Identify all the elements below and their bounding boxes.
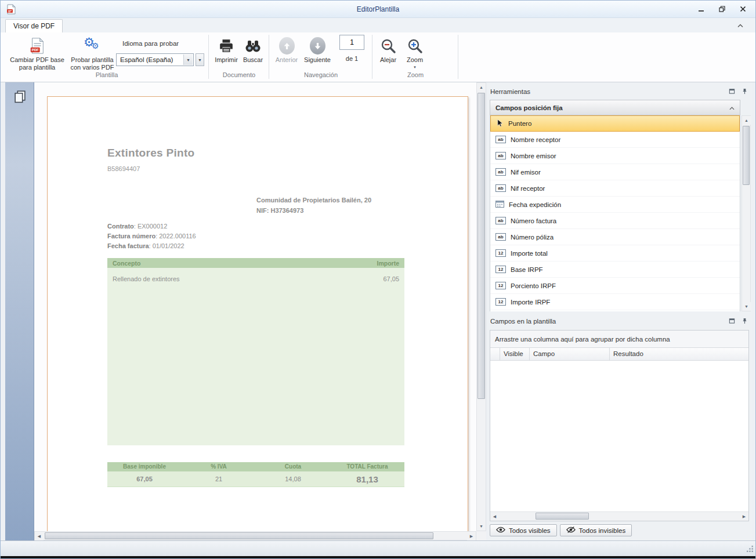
float-panel-icon[interactable] <box>728 317 736 325</box>
pointer-icon <box>496 119 504 128</box>
float-panel-icon[interactable] <box>728 87 736 95</box>
column-header-visible[interactable]: Visible <box>500 348 530 360</box>
language-dropdown-button[interactable]: ▼ <box>196 53 204 66</box>
tool-item-nombre-receptor[interactable]: ab Nombre receptor <box>490 132 740 148</box>
tools-vscroll-thumb[interactable] <box>743 126 750 185</box>
pin-icon[interactable] <box>740 87 748 95</box>
all-visible-button[interactable]: Todos visibles <box>490 524 557 536</box>
tool-item-label: Número factura <box>511 217 556 224</box>
all-invisible-button[interactable]: Todos invisibles <box>560 524 632 536</box>
scroll-left-icon[interactable]: ◀ <box>35 532 44 540</box>
next-page-label: Siguiente <box>304 56 331 64</box>
scroll-down-icon[interactable]: ▼ <box>477 522 486 531</box>
all-invisible-label: Todos invisibles <box>579 527 626 534</box>
group-label-navegacion: Navegación <box>277 71 364 78</box>
tool-item-label: Importe IRPF <box>511 299 550 306</box>
fields-panel-buttons: Todos visibles Todos invisibles <box>490 524 632 536</box>
page-count-label: de 1 <box>339 55 364 62</box>
gears-icon: ⚙⚙ <box>84 37 101 55</box>
pdf-canvas[interactable]: Extintores Pinto B58694407 Comunidad de … <box>34 82 476 531</box>
thumbnail-strip[interactable] <box>5 82 34 540</box>
scroll-up-icon[interactable]: ▲ <box>742 116 751 125</box>
tool-item-nif-emisor[interactable]: ab Nif emisor <box>490 164 740 180</box>
maximize-button[interactable] <box>715 3 729 14</box>
tool-item-fecha-expedicion[interactable]: Fecha expedición <box>490 197 740 213</box>
fields-horizontal-scrollbar[interactable]: ◀ ▶ <box>490 511 748 521</box>
tool-item-label: Nombre receptor <box>511 136 560 143</box>
zoom-out-button[interactable]: Alejar <box>375 34 401 72</box>
pdf-document-icon: PDF <box>28 37 46 55</box>
minimize-button[interactable] <box>694 3 708 14</box>
scroll-left-icon[interactable]: ◀ <box>490 512 499 521</box>
fields-hscroll-thumb[interactable] <box>536 513 589 520</box>
pages-icon[interactable] <box>13 89 27 106</box>
group-label-zoom: Zoom <box>375 71 456 78</box>
zoom-label: Zoom <box>407 56 423 64</box>
totals-value-cell: 14,08 <box>256 475 330 482</box>
change-base-pdf-label: Cambiar PDF base para plantilla <box>8 56 66 71</box>
previous-page-button[interactable]: Anterior <box>272 34 301 72</box>
tool-item-numero-factura[interactable]: ab Número factura <box>490 213 740 229</box>
close-button[interactable] <box>736 3 750 14</box>
tab-visor-de-pdf[interactable]: Visor de PDF <box>5 19 63 32</box>
eye-icon <box>496 527 505 534</box>
scroll-down-icon[interactable]: ▼ <box>742 302 751 311</box>
language-label: Idioma para probar <box>122 40 179 47</box>
resize-grip[interactable] <box>746 545 754 554</box>
tool-item-nombre-emisor[interactable]: ab Nombre emisor <box>490 148 740 164</box>
tool-item-importe-total[interactable]: 12 Importe total <box>490 245 740 262</box>
number-icon: 12 <box>495 266 506 273</box>
totals-header-cell: Base imponible <box>107 462 182 471</box>
magnifier-plus-icon <box>407 37 423 55</box>
invoice-contract-line: Contrato: EX000012 <box>107 223 167 230</box>
tools-list: Puntero ab Nombre receptor ab Nombre emi… <box>490 115 740 311</box>
pdf-vertical-scrollbar[interactable]: ▲ ▼ <box>476 82 486 531</box>
column-header-resultado[interactable]: Resultado <box>610 348 748 360</box>
tools-vertical-scrollbar[interactable]: ▲ ▼ <box>741 115 751 311</box>
tool-item-base-irpf[interactable]: 12 Base IRPF <box>490 262 740 278</box>
page-number-input[interactable] <box>339 35 364 50</box>
column-header-campo[interactable]: Campo <box>530 348 610 360</box>
fields-grid-body[interactable] <box>490 361 748 511</box>
change-base-pdf-button[interactable]: PDF Cambiar PDF base para plantilla <box>8 34 67 72</box>
print-button[interactable]: Imprimir <box>213 34 240 72</box>
fixed-position-fields-group[interactable]: Campos posición fija <box>490 100 740 115</box>
pdf-horizontal-scrollbar[interactable]: ◀ ▶ <box>34 531 476 540</box>
invoice-date-line: Fecha factura: 01/01/2022 <box>107 242 185 249</box>
tool-item-label: Número póliza <box>511 234 554 241</box>
next-page-button[interactable]: Siguiente <box>302 34 333 72</box>
language-select-value: Español (España) <box>120 56 173 63</box>
pin-icon[interactable] <box>740 317 748 325</box>
pdf-page[interactable]: Extintores Pinto B58694407 Comunidad de … <box>47 96 468 531</box>
group-by-drop-area[interactable]: Arrastre una columna aquí para agrupar p… <box>490 331 748 348</box>
textfield-icon: ab <box>495 136 506 143</box>
tool-item-porciento-irpf[interactable]: 12 Porciento IRPF <box>490 278 740 294</box>
group-label-documento: Documento <box>210 71 268 78</box>
pdf-vscroll-thumb[interactable] <box>478 93 485 399</box>
tools-panel-icons <box>728 87 748 95</box>
tool-item-label: Base IRPF <box>511 266 543 273</box>
chevron-down-icon: ▼ <box>413 66 417 70</box>
arrow-up-circle-icon <box>279 37 295 55</box>
tool-item-importe-irpf[interactable]: 12 Importe IRPF <box>490 294 740 310</box>
totals-header-cell: % IVA <box>182 462 256 471</box>
fields-grid-header: Visible Campo Resultado <box>490 348 748 361</box>
right-panel: Herramientas Campos posición fija Punter… <box>488 82 752 540</box>
scroll-right-icon[interactable]: ▶ <box>467 532 476 540</box>
language-select[interactable]: Español (España) ▼ <box>116 53 194 66</box>
status-bar <box>1 540 755 556</box>
tool-item-nif-receptor[interactable]: ab Nif receptor <box>490 180 740 197</box>
tool-item-puntero[interactable]: Puntero <box>490 115 740 132</box>
ribbon-collapse-icon[interactable] <box>735 21 746 30</box>
ribbon: PDF Cambiar PDF base para plantilla ⚙⚙ P… <box>1 32 755 82</box>
test-template-button[interactable]: ⚙⚙ Probar plantilla con varios PDF <box>66 34 119 72</box>
number-icon: 12 <box>495 298 506 306</box>
scroll-right-icon[interactable]: ▶ <box>740 512 748 521</box>
pdf-hscroll-thumb[interactable] <box>45 532 433 539</box>
zoom-in-button[interactable]: Zoom ▼ <box>401 34 428 72</box>
search-button[interactable]: Buscar <box>240 34 266 72</box>
scroll-up-icon[interactable]: ▲ <box>477 83 486 92</box>
tool-item-label: Nif emisor <box>511 169 541 176</box>
zoom-out-label: Alejar <box>380 56 396 64</box>
tool-item-numero-poliza[interactable]: ab Número póliza <box>490 229 740 245</box>
